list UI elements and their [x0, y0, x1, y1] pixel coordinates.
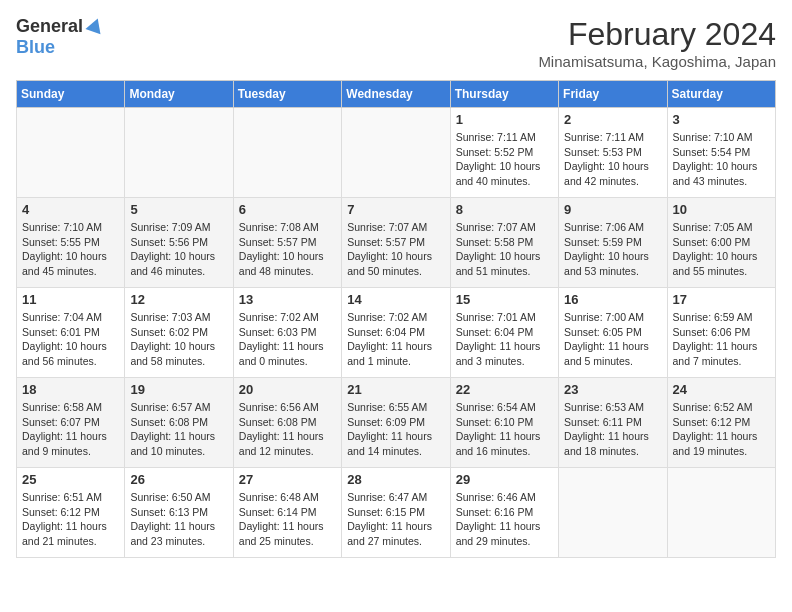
day-info: Sunrise: 7:07 AM Sunset: 5:58 PM Dayligh…	[456, 220, 553, 279]
calendar-cell: 8Sunrise: 7:07 AM Sunset: 5:58 PM Daylig…	[450, 198, 558, 288]
calendar-cell: 24Sunrise: 6:52 AM Sunset: 6:12 PM Dayli…	[667, 378, 775, 468]
day-info: Sunrise: 7:02 AM Sunset: 6:04 PM Dayligh…	[347, 310, 444, 369]
column-header-monday: Monday	[125, 81, 233, 108]
calendar-cell: 15Sunrise: 7:01 AM Sunset: 6:04 PM Dayli…	[450, 288, 558, 378]
calendar-cell: 21Sunrise: 6:55 AM Sunset: 6:09 PM Dayli…	[342, 378, 450, 468]
day-number: 25	[22, 472, 119, 487]
calendar-cell: 23Sunrise: 6:53 AM Sunset: 6:11 PM Dayli…	[559, 378, 667, 468]
day-info: Sunrise: 7:01 AM Sunset: 6:04 PM Dayligh…	[456, 310, 553, 369]
location-title: Minamisatsuma, Kagoshima, Japan	[538, 53, 776, 70]
day-info: Sunrise: 7:03 AM Sunset: 6:02 PM Dayligh…	[130, 310, 227, 369]
day-info: Sunrise: 6:59 AM Sunset: 6:06 PM Dayligh…	[673, 310, 770, 369]
calendar-cell: 25Sunrise: 6:51 AM Sunset: 6:12 PM Dayli…	[17, 468, 125, 558]
month-title: February 2024	[538, 16, 776, 53]
calendar-week-row: 4Sunrise: 7:10 AM Sunset: 5:55 PM Daylig…	[17, 198, 776, 288]
calendar-cell: 16Sunrise: 7:00 AM Sunset: 6:05 PM Dayli…	[559, 288, 667, 378]
day-number: 22	[456, 382, 553, 397]
day-info: Sunrise: 6:50 AM Sunset: 6:13 PM Dayligh…	[130, 490, 227, 549]
day-info: Sunrise: 6:53 AM Sunset: 6:11 PM Dayligh…	[564, 400, 661, 459]
day-number: 11	[22, 292, 119, 307]
day-number: 26	[130, 472, 227, 487]
calendar-cell	[233, 108, 341, 198]
calendar-cell	[125, 108, 233, 198]
calendar-cell	[342, 108, 450, 198]
day-info: Sunrise: 6:47 AM Sunset: 6:15 PM Dayligh…	[347, 490, 444, 549]
day-info: Sunrise: 6:58 AM Sunset: 6:07 PM Dayligh…	[22, 400, 119, 459]
column-header-tuesday: Tuesday	[233, 81, 341, 108]
calendar-week-row: 1Sunrise: 7:11 AM Sunset: 5:52 PM Daylig…	[17, 108, 776, 198]
day-info: Sunrise: 7:05 AM Sunset: 6:00 PM Dayligh…	[673, 220, 770, 279]
day-number: 1	[456, 112, 553, 127]
calendar-cell: 5Sunrise: 7:09 AM Sunset: 5:56 PM Daylig…	[125, 198, 233, 288]
day-number: 3	[673, 112, 770, 127]
day-number: 14	[347, 292, 444, 307]
day-number: 27	[239, 472, 336, 487]
day-info: Sunrise: 6:56 AM Sunset: 6:08 PM Dayligh…	[239, 400, 336, 459]
title-area: February 2024 Minamisatsuma, Kagoshima, …	[538, 16, 776, 70]
calendar-cell: 11Sunrise: 7:04 AM Sunset: 6:01 PM Dayli…	[17, 288, 125, 378]
day-info: Sunrise: 6:57 AM Sunset: 6:08 PM Dayligh…	[130, 400, 227, 459]
day-number: 23	[564, 382, 661, 397]
day-number: 20	[239, 382, 336, 397]
calendar-cell: 17Sunrise: 6:59 AM Sunset: 6:06 PM Dayli…	[667, 288, 775, 378]
day-info: Sunrise: 6:54 AM Sunset: 6:10 PM Dayligh…	[456, 400, 553, 459]
day-number: 18	[22, 382, 119, 397]
calendar-cell: 14Sunrise: 7:02 AM Sunset: 6:04 PM Dayli…	[342, 288, 450, 378]
calendar-cell: 1Sunrise: 7:11 AM Sunset: 5:52 PM Daylig…	[450, 108, 558, 198]
day-number: 2	[564, 112, 661, 127]
calendar-week-row: 25Sunrise: 6:51 AM Sunset: 6:12 PM Dayli…	[17, 468, 776, 558]
day-number: 12	[130, 292, 227, 307]
calendar-cell: 7Sunrise: 7:07 AM Sunset: 5:57 PM Daylig…	[342, 198, 450, 288]
day-info: Sunrise: 7:11 AM Sunset: 5:53 PM Dayligh…	[564, 130, 661, 189]
day-number: 19	[130, 382, 227, 397]
day-number: 24	[673, 382, 770, 397]
day-info: Sunrise: 7:11 AM Sunset: 5:52 PM Dayligh…	[456, 130, 553, 189]
logo-blue-text: Blue	[16, 37, 55, 58]
logo-icon	[85, 16, 105, 36]
day-info: Sunrise: 6:55 AM Sunset: 6:09 PM Dayligh…	[347, 400, 444, 459]
calendar-cell: 22Sunrise: 6:54 AM Sunset: 6:10 PM Dayli…	[450, 378, 558, 468]
calendar-cell	[17, 108, 125, 198]
day-info: Sunrise: 7:04 AM Sunset: 6:01 PM Dayligh…	[22, 310, 119, 369]
day-number: 8	[456, 202, 553, 217]
calendar-cell: 20Sunrise: 6:56 AM Sunset: 6:08 PM Dayli…	[233, 378, 341, 468]
day-info: Sunrise: 7:07 AM Sunset: 5:57 PM Dayligh…	[347, 220, 444, 279]
day-number: 10	[673, 202, 770, 217]
calendar-table: SundayMondayTuesdayWednesdayThursdayFrid…	[16, 80, 776, 558]
calendar-cell: 9Sunrise: 7:06 AM Sunset: 5:59 PM Daylig…	[559, 198, 667, 288]
calendar-week-row: 11Sunrise: 7:04 AM Sunset: 6:01 PM Dayli…	[17, 288, 776, 378]
calendar-cell: 2Sunrise: 7:11 AM Sunset: 5:53 PM Daylig…	[559, 108, 667, 198]
day-info: Sunrise: 7:02 AM Sunset: 6:03 PM Dayligh…	[239, 310, 336, 369]
day-number: 15	[456, 292, 553, 307]
column-header-saturday: Saturday	[667, 81, 775, 108]
day-info: Sunrise: 7:09 AM Sunset: 5:56 PM Dayligh…	[130, 220, 227, 279]
calendar-cell: 3Sunrise: 7:10 AM Sunset: 5:54 PM Daylig…	[667, 108, 775, 198]
logo-general-text: General	[16, 16, 83, 37]
day-info: Sunrise: 7:06 AM Sunset: 5:59 PM Dayligh…	[564, 220, 661, 279]
calendar-cell: 28Sunrise: 6:47 AM Sunset: 6:15 PM Dayli…	[342, 468, 450, 558]
day-info: Sunrise: 7:10 AM Sunset: 5:54 PM Dayligh…	[673, 130, 770, 189]
logo: General Blue	[16, 16, 105, 58]
calendar-cell: 18Sunrise: 6:58 AM Sunset: 6:07 PM Dayli…	[17, 378, 125, 468]
calendar-cell	[559, 468, 667, 558]
day-number: 13	[239, 292, 336, 307]
calendar-cell: 4Sunrise: 7:10 AM Sunset: 5:55 PM Daylig…	[17, 198, 125, 288]
svg-marker-0	[85, 16, 105, 34]
column-header-thursday: Thursday	[450, 81, 558, 108]
calendar-cell: 29Sunrise: 6:46 AM Sunset: 6:16 PM Dayli…	[450, 468, 558, 558]
calendar-header-row: SundayMondayTuesdayWednesdayThursdayFrid…	[17, 81, 776, 108]
day-info: Sunrise: 6:46 AM Sunset: 6:16 PM Dayligh…	[456, 490, 553, 549]
calendar-cell: 13Sunrise: 7:02 AM Sunset: 6:03 PM Dayli…	[233, 288, 341, 378]
day-info: Sunrise: 7:00 AM Sunset: 6:05 PM Dayligh…	[564, 310, 661, 369]
page-header: General Blue February 2024 Minamisatsuma…	[16, 16, 776, 70]
day-info: Sunrise: 7:08 AM Sunset: 5:57 PM Dayligh…	[239, 220, 336, 279]
calendar-cell	[667, 468, 775, 558]
day-number: 17	[673, 292, 770, 307]
day-number: 29	[456, 472, 553, 487]
day-number: 9	[564, 202, 661, 217]
day-number: 6	[239, 202, 336, 217]
day-number: 7	[347, 202, 444, 217]
calendar-cell: 27Sunrise: 6:48 AM Sunset: 6:14 PM Dayli…	[233, 468, 341, 558]
column-header-wednesday: Wednesday	[342, 81, 450, 108]
day-info: Sunrise: 6:48 AM Sunset: 6:14 PM Dayligh…	[239, 490, 336, 549]
